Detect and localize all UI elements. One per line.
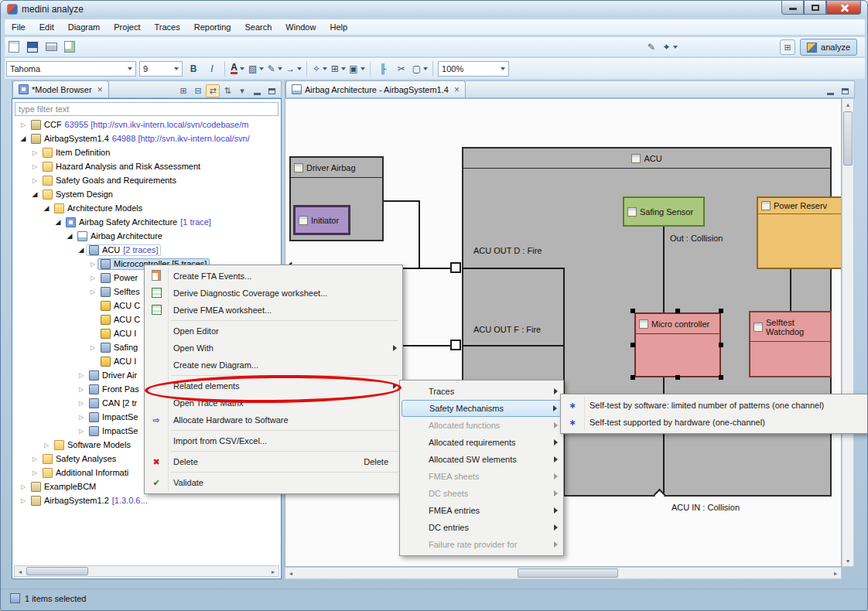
connector[interactable] <box>462 345 564 346</box>
tree-item-architecture-models[interactable]: ◢Architecture Models <box>12 201 281 215</box>
menu-search[interactable]: Search <box>238 20 279 34</box>
layout-button[interactable]: ▣ <box>348 60 365 77</box>
initiator-block[interactable]: Initiator <box>293 205 350 235</box>
scroll-up-icon[interactable]: ▴ <box>842 99 853 110</box>
editor-vscrollbar[interactable]: ▴ ▾ <box>842 98 854 567</box>
menu-project[interactable]: Project <box>107 20 147 34</box>
minimize-editor-button[interactable] <box>823 84 837 97</box>
wand-button[interactable]: ✦ <box>661 39 678 56</box>
connector[interactable] <box>384 200 419 202</box>
expand-arrow-icon[interactable]: ▷ <box>77 372 86 379</box>
related-submenu-traces[interactable]: Traces <box>402 383 562 400</box>
expand-all-button[interactable]: ⊞ <box>176 84 190 97</box>
expand-arrow-icon[interactable]: ▷ <box>30 149 39 156</box>
italic-button[interactable]: I <box>203 60 220 77</box>
selection-handle[interactable] <box>719 375 723 380</box>
snap-grid-button[interactable]: ✧ <box>311 60 328 77</box>
close-tab-icon[interactable]: × <box>454 86 460 94</box>
context-menu-open-trace-matrix[interactable]: Open Trace Matrix <box>146 394 401 411</box>
safing-sensor-block[interactable]: Safing Sensor <box>623 196 705 227</box>
maximize-button[interactable] <box>804 1 826 15</box>
expand-arrow-icon[interactable]: ▷ <box>30 456 39 463</box>
tree-item-airbag-safety-architecture[interactable]: ◢Airbag Safety Architecture[1 trace] <box>12 215 281 229</box>
expand-arrow-icon[interactable]: ▷ <box>77 400 86 407</box>
bold-button[interactable]: B <box>185 60 202 77</box>
fill-color-button[interactable]: ▧ <box>248 60 265 77</box>
link-with-editor-button[interactable]: ⇄ <box>206 84 220 97</box>
minimize-view-button[interactable] <box>250 84 264 97</box>
mechanism-self-test-supported-by-hardware-one-channel[interactable]: ∗Self-test supported by hardware (one-ch… <box>562 414 868 431</box>
tree-item-safety-goals-and-requirements[interactable]: ▷Safety Goals and Requirements <box>12 173 281 187</box>
collapse-all-button[interactable]: ⊟ <box>191 84 205 97</box>
connector[interactable] <box>790 269 791 311</box>
selection-handle[interactable] <box>675 309 680 313</box>
selection-handle[interactable] <box>719 309 723 313</box>
selection-handle[interactable] <box>675 375 680 380</box>
expand-arrow-icon[interactable]: ▷ <box>88 261 97 268</box>
tab-model-browser[interactable]: *Model Browser × <box>12 80 109 97</box>
related-submenu-safety-mechanisms[interactable]: Safety Mechanisms <box>402 400 562 417</box>
context-menu-import-from-csv-excel[interactable]: Import from CSV/Excel... <box>146 432 401 449</box>
scroll-left-icon[interactable]: ◂ <box>285 568 296 579</box>
tree-item-acu[interactable]: ◢ACU[2 traces] <box>12 243 281 257</box>
scroll-thumb[interactable] <box>843 111 853 166</box>
menu-window[interactable]: Window <box>279 20 323 34</box>
close-button[interactable] <box>826 1 861 15</box>
expand-arrow-icon[interactable]: ▷ <box>88 344 97 351</box>
scroll-left-icon[interactable]: ◂ <box>15 566 26 577</box>
expand-arrow-icon[interactable]: ▷ <box>19 497 28 504</box>
micro-controller-block[interactable]: Micro controller <box>634 312 721 377</box>
font-color-button[interactable]: A <box>229 60 246 77</box>
context-menu-create-fta-events[interactable]: Create FTA Events... <box>146 268 401 285</box>
print-button[interactable] <box>43 39 60 56</box>
related-submenu-allocated-sw-elements[interactable]: Allocated SW elements <box>402 451 562 468</box>
tree-item-item-definition[interactable]: ▷Item Definition <box>12 145 281 159</box>
maximize-editor-button[interactable] <box>838 84 852 97</box>
related-submenu-dc-entries[interactable]: DC entries <box>402 519 562 536</box>
tree-hscrollbar[interactable]: ◂ ▸ <box>14 565 279 577</box>
related-submenu-fmea-entries[interactable]: FMEA entries <box>402 502 562 519</box>
scroll-right-icon[interactable]: ▸ <box>268 566 279 577</box>
connector-style-button[interactable]: ⊞ <box>330 60 347 77</box>
collapse-arrow-icon[interactable]: ◢ <box>30 190 39 198</box>
acu-port[interactable] <box>450 340 461 350</box>
cut-link-button[interactable]: ✂ <box>393 60 410 77</box>
context-menu-open-editor[interactable]: Open Editor <box>146 323 401 340</box>
collapse-arrow-icon[interactable]: ◢ <box>19 135 28 142</box>
power-reserve-block[interactable]: Power Reserv <box>757 196 842 269</box>
context-menu-open-with[interactable]: Open With <box>146 340 401 357</box>
expand-arrow-icon[interactable]: ▷ <box>30 163 39 170</box>
filter-input[interactable] <box>15 102 279 116</box>
collapse-arrow-icon[interactable]: ◢ <box>77 246 86 254</box>
context-menu-related-elements[interactable]: Related elements <box>146 377 401 394</box>
expand-arrow-icon[interactable]: ▷ <box>19 483 28 490</box>
expand-arrow-icon[interactable]: ▷ <box>77 414 86 421</box>
collapse-arrow-icon[interactable]: ◢ <box>65 232 74 240</box>
context-menu-derive-fmea-worksheet[interactable]: Derive FMEA worksheet... <box>146 302 401 319</box>
selftest-watchdog-block[interactable]: Selftest Watchdog <box>749 311 832 377</box>
selection-handle[interactable] <box>630 375 635 380</box>
menu-help[interactable]: Help <box>323 20 354 34</box>
tab-airbag-architecture[interactable]: Airbag Architecture - AirbagSystem1.4 × <box>285 80 466 97</box>
menu-reporting[interactable]: Reporting <box>187 20 238 34</box>
selection-handle[interactable] <box>630 309 635 313</box>
context-menu-validate[interactable]: ✔Validate <box>146 474 401 491</box>
collapse-arrow-icon[interactable]: ◢ <box>42 204 51 212</box>
selection-handle[interactable] <box>719 343 723 347</box>
context-menu-delete[interactable]: ✖DeleteDelete <box>146 453 401 470</box>
connector[interactable] <box>663 227 665 312</box>
save-button[interactable] <box>24 39 41 56</box>
tree-item-airbag-architecture[interactable]: ◢Airbag Architecture <box>12 229 281 243</box>
scroll-down-icon[interactable]: ▾ <box>842 555 853 566</box>
sort-button[interactable]: ⇅ <box>220 84 234 97</box>
tree-item-hazard-analysis-and-risk-assessment[interactable]: ▷Hazard Analysis and Risk Assessment <box>12 159 281 173</box>
open-perspective-button[interactable]: ⊞ <box>780 39 795 55</box>
view-menu-button[interactable]: ▾ <box>235 84 249 97</box>
align-button[interactable]: ╟ <box>374 60 391 77</box>
expand-arrow-icon[interactable]: ▷ <box>30 177 39 184</box>
context-menu-create-new-diagram[interactable]: Create new Diagram... <box>146 357 401 374</box>
editor-hscrollbar[interactable]: ◂ ▸ <box>285 567 842 579</box>
selection-handle[interactable] <box>630 343 635 347</box>
tree-item-ccf[interactable]: ▷CCF63955 [http://svn.ikv-intern.local/s… <box>12 118 281 131</box>
menu-edit[interactable]: Edit <box>32 20 61 34</box>
